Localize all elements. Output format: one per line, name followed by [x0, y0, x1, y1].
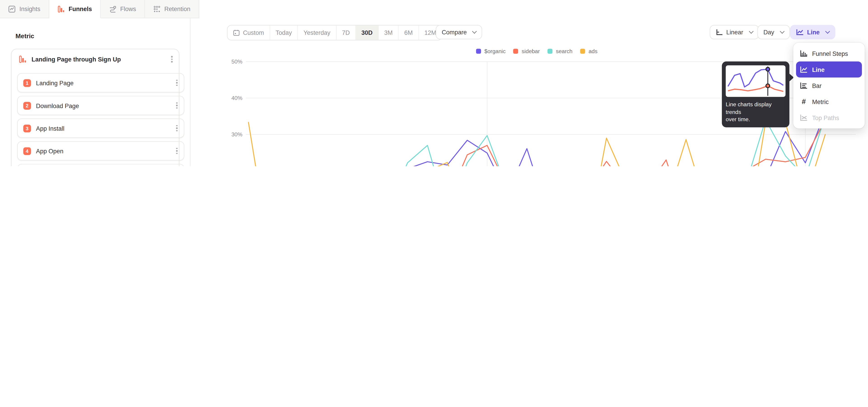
granularity-button[interactable]: Day [757, 25, 789, 39]
metric-hash-icon: # [800, 97, 808, 106]
range-yesterday[interactable]: Yesterday [298, 26, 336, 40]
step-label: Download Page [36, 102, 175, 109]
funnel-steps-icon [800, 50, 808, 57]
tooltip-text: Line charts display trendsover time. [726, 101, 785, 123]
funnel-step[interactable]: 5 Sign Up [17, 164, 184, 166]
menu-item-bar[interactable]: Bar [796, 77, 862, 94]
step-kebab-button[interactable] [175, 78, 179, 88]
range-custom[interactable]: Custom [228, 26, 270, 40]
line-chart-icon [800, 66, 808, 73]
tooltip-thumbnail [726, 65, 785, 97]
chevron-down-icon [472, 29, 477, 34]
svg-text:40%: 40% [231, 95, 243, 101]
step-label: App Open [36, 148, 175, 154]
bar-chart-icon [800, 82, 808, 89]
step-kebab-button[interactable] [175, 146, 179, 156]
metric-kebab-button[interactable] [169, 54, 174, 64]
linear-scale-icon [716, 29, 723, 35]
retention-icon [153, 5, 160, 12]
chart-type-tooltip: Line charts display trendsover time. [722, 62, 789, 127]
flows-icon [109, 5, 116, 12]
funnels-icon [58, 5, 65, 12]
tab-retention[interactable]: Retention [145, 0, 199, 18]
svg-text:30%: 30% [231, 131, 243, 137]
range-7d[interactable]: 7D [336, 26, 356, 40]
step-number-badge: 4 [23, 147, 31, 155]
step-label: Landing Page [36, 80, 175, 86]
chevron-down-icon [749, 29, 753, 34]
tab-label: Funnels [68, 5, 92, 12]
funnel-step[interactable]: 4 App Open [17, 141, 184, 160]
svg-text:50%: 50% [231, 59, 243, 65]
compare-button[interactable]: Compare [436, 25, 482, 39]
step-kebab-button[interactable] [175, 123, 179, 133]
range-today[interactable]: Today [270, 26, 298, 40]
sidebar-divider [190, 18, 190, 166]
tab-insights[interactable]: Insights [0, 0, 49, 18]
metric-heading: Metric [16, 33, 34, 39]
chart-type-menu: Funnel Steps Line Bar # Metric Top Paths [793, 43, 865, 129]
range-30d[interactable]: 30D [356, 26, 379, 40]
menu-item-funnel-steps[interactable]: Funnel Steps [796, 45, 862, 62]
step-number-badge: 2 [23, 101, 31, 109]
funnel-step[interactable]: 2 Download Page [17, 96, 184, 115]
chart-type-button[interactable]: Line [790, 25, 835, 39]
tab-label: Retention [164, 5, 190, 12]
tab-funnels[interactable]: Funnels [49, 0, 101, 18]
funnel-metric-icon [19, 55, 26, 63]
step-label: App Install [36, 125, 175, 131]
range-6m[interactable]: 6M [399, 26, 419, 40]
step-number-badge: 3 [23, 124, 31, 132]
chevron-down-icon [825, 29, 830, 34]
funnel-step[interactable]: 3 App Install [17, 119, 184, 138]
metric-title: Landing Page through Sign Up [32, 56, 170, 62]
chevron-down-icon [780, 29, 784, 34]
funnel-step[interactable]: 1 Landing Page [17, 73, 184, 92]
step-number-badge: 1 [23, 79, 31, 87]
tab-label: Flows [120, 5, 136, 12]
top-paths-icon [800, 114, 808, 121]
range-3m[interactable]: 3M [379, 26, 399, 40]
tab-flows[interactable]: Flows [101, 0, 145, 18]
date-range-control: Custom Today Yesterday 7D 30D 3M 6M 12M [227, 25, 442, 40]
insights-icon [8, 5, 16, 12]
scale-button[interactable]: Linear [710, 25, 759, 39]
menu-item-metric[interactable]: # Metric [796, 94, 862, 109]
menu-item-line[interactable]: Line [796, 62, 862, 77]
line-chart-icon [796, 29, 804, 35]
step-kebab-button[interactable] [175, 101, 179, 111]
tab-label: Insights [20, 5, 40, 12]
report-tabs: Insights Funnels Flows Retention [0, 0, 199, 18]
menu-item-top-paths[interactable]: Top Paths [796, 109, 862, 126]
metric-card: Landing Page through Sign Up 1 Landing P… [11, 49, 179, 166]
funnels-app: Insights Funnels Flows Retention Metric … [0, 0, 868, 166]
calendar-icon [233, 29, 240, 36]
